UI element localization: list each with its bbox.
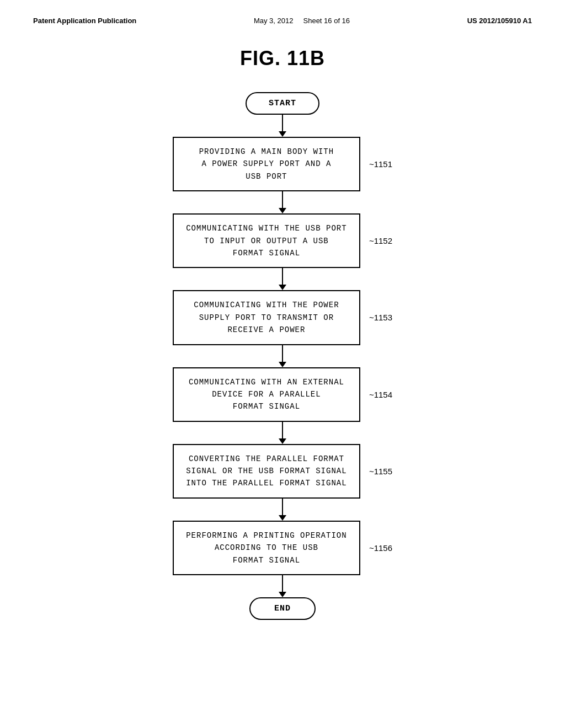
- arrow-head: [279, 438, 286, 444]
- arrow-head: [279, 362, 286, 367]
- start-terminal: START: [246, 92, 319, 115]
- step-1153-text: COMMUNICATING WITH THE POWERSUPPLY PORT …: [194, 301, 339, 334]
- step-1154-text: COMMUNICATING WITH AN EXTERNALDEVICE FOR…: [189, 378, 344, 411]
- arrow-head: [279, 131, 286, 137]
- arrow-1: [279, 115, 286, 137]
- step-1151-text: PROVIDING A MAIN BODY WITHA POWER SUPPLY…: [199, 147, 334, 181]
- arrow-line: [282, 191, 283, 208]
- arrow-head: [279, 515, 286, 521]
- arrow-5: [279, 422, 286, 444]
- arrow-line: [282, 422, 283, 438]
- arrow-2: [279, 191, 286, 213]
- arrow-6: [279, 499, 286, 521]
- header-center: May 3, 2012 Sheet 16 of 16: [254, 17, 350, 25]
- arrow-3: [279, 268, 286, 290]
- arrow-line: [282, 575, 283, 592]
- header-sheet: Sheet 16 of 16: [303, 17, 350, 25]
- header-right: US 2012/105910 A1: [467, 17, 532, 25]
- step-1153-wrapper: COMMUNICATING WITH THE POWERSUPPLY PORT …: [173, 290, 392, 345]
- step-1155-text: CONVERTING THE PARALLEL FORMATSIGNAL OR …: [186, 454, 347, 488]
- figure-title: FIG. 11B: [33, 47, 532, 70]
- arrow-head: [279, 592, 286, 597]
- arrow-head: [279, 208, 286, 213]
- header-left: Patent Application Publication: [33, 17, 136, 25]
- step-1156-ref: ~1156: [369, 543, 392, 553]
- arrow-head: [279, 285, 286, 290]
- end-terminal: END: [249, 597, 316, 620]
- arrow-line: [282, 499, 283, 515]
- step-1152-wrapper: COMMUNICATING WITH THE USB PORTTO INPUT …: [173, 213, 392, 268]
- step-1155-wrapper: CONVERTING THE PARALLEL FORMATSIGNAL OR …: [173, 444, 392, 499]
- page: Patent Application Publication May 3, 20…: [0, 0, 565, 728]
- step-1154-box: COMMUNICATING WITH AN EXTERNALDEVICE FOR…: [173, 367, 360, 422]
- step-1156-box: PERFORMING A PRINTING OPERATIONACCORDING…: [173, 521, 360, 575]
- step-1155-box: CONVERTING THE PARALLEL FORMATSIGNAL OR …: [173, 444, 360, 499]
- step-1156-text: PERFORMING A PRINTING OPERATIONACCORDING…: [186, 531, 347, 565]
- step-1152-ref: ~1152: [369, 236, 392, 245]
- step-1151-ref: ~1151: [369, 159, 392, 169]
- arrow-4: [279, 345, 286, 367]
- step-1153-box: COMMUNICATING WITH THE POWERSUPPLY PORT …: [173, 290, 360, 345]
- step-1151-box: PROVIDING A MAIN BODY WITHA POWER SUPPLY…: [173, 137, 360, 191]
- arrow-line: [282, 345, 283, 362]
- flowchart: START PROVIDING A MAIN BODY WITHA POWER …: [33, 92, 532, 620]
- page-header: Patent Application Publication May 3, 20…: [33, 17, 532, 25]
- step-1152-text: COMMUNICATING WITH THE USB PORTTO INPUT …: [186, 224, 347, 258]
- step-1153-ref: ~1153: [369, 313, 392, 322]
- step-1154-wrapper: COMMUNICATING WITH AN EXTERNALDEVICE FOR…: [173, 367, 392, 422]
- step-1156-wrapper: PERFORMING A PRINTING OPERATIONACCORDING…: [173, 521, 392, 575]
- step-1152-box: COMMUNICATING WITH THE USB PORTTO INPUT …: [173, 213, 360, 268]
- step-1155-ref: ~1155: [369, 467, 392, 476]
- arrow-line: [282, 115, 283, 131]
- arrow-line: [282, 268, 283, 285]
- arrow-7: [279, 575, 286, 597]
- step-1151-wrapper: PROVIDING A MAIN BODY WITHA POWER SUPPLY…: [173, 137, 392, 191]
- step-1154-ref: ~1154: [369, 390, 392, 399]
- header-date: May 3, 2012: [254, 17, 294, 25]
